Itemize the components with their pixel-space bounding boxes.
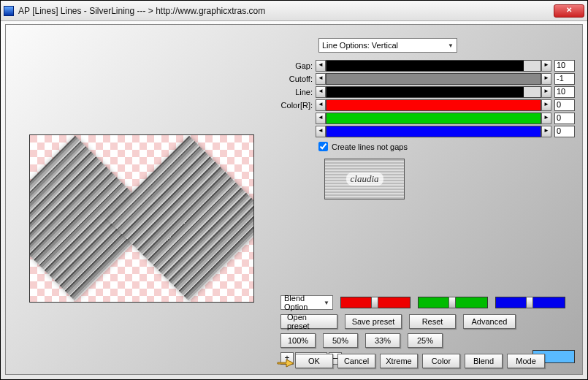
red-thumb[interactable]	[371, 297, 378, 308]
preview-shape	[107, 136, 254, 301]
create-lines-label: Create lines not gaps	[332, 142, 408, 151]
line-slider[interactable]	[326, 86, 541, 98]
zoom-33-button[interactable]: 33%	[365, 333, 400, 348]
colorR-slider[interactable]	[326, 99, 541, 111]
preview-pane	[29, 134, 254, 303]
colorG-slider[interactable]	[326, 113, 541, 124]
cutoff-label: Cutoff:	[280, 75, 316, 83]
colorG-dec[interactable]: ◄	[316, 113, 326, 124]
blue-slider[interactable]	[495, 297, 565, 308]
colorB-inc[interactable]: ►	[541, 126, 551, 137]
create-lines-checkbox[interactable]	[318, 142, 328, 151]
zoom-50-button[interactable]: 50%	[323, 333, 358, 348]
cutoff-inc[interactable]: ►	[541, 73, 551, 85]
blend-button[interactable]: Blend	[465, 354, 503, 368]
cancel-button[interactable]: Cancel	[337, 354, 375, 368]
colorR-inc[interactable]: ►	[541, 99, 551, 111]
xtreme-button[interactable]: Xtreme	[380, 354, 418, 368]
color-button[interactable]: Color	[422, 354, 460, 368]
app-window: AP [Lines] Lines - SilverLining --- > ht…	[0, 0, 588, 380]
dialog-body: Line Options: Vertical Gap:◄►10Cutoff:◄►…	[5, 24, 583, 375]
gap-value[interactable]: 10	[554, 60, 575, 72]
open-preset-button[interactable]: Open preset	[280, 314, 337, 329]
gap-dec[interactable]: ◄	[316, 60, 326, 72]
red-slider[interactable]	[340, 297, 411, 308]
colorG-inc[interactable]: ►	[541, 113, 551, 124]
gap-inc[interactable]: ►	[541, 60, 551, 72]
colorB-slider[interactable]	[326, 126, 541, 137]
colorR-label: Color[R]:	[280, 101, 316, 110]
zoom-100-button[interactable]: 100%	[280, 333, 316, 348]
colorB-dec[interactable]: ◄	[316, 126, 326, 137]
reset-button[interactable]: Reset	[409, 314, 456, 329]
zoom-25-button[interactable]: 25%	[408, 333, 443, 348]
controls-panel: Line Options: Vertical Gap:◄►10Cutoff:◄►…	[280, 38, 575, 200]
line-value[interactable]: 10	[554, 86, 575, 98]
ok-button[interactable]: OK	[295, 354, 333, 368]
blue-thumb[interactable]	[526, 297, 533, 308]
save-preset-button[interactable]: Save preset	[345, 314, 402, 329]
brand-logo-text: claudia	[346, 172, 383, 186]
pointing-hand-icon	[276, 355, 295, 370]
advanced-button[interactable]: Advanced	[463, 314, 516, 329]
mode-button[interactable]: Mode	[507, 354, 545, 368]
bottom-buttons: OK Cancel Xtreme Color Blend Mode	[295, 354, 545, 368]
blend-option-dropdown[interactable]: Blend Option	[280, 295, 333, 310]
colorG-value[interactable]: 0	[554, 113, 575, 124]
line-label: Line:	[280, 88, 316, 96]
close-button[interactable]: ✕	[554, 4, 584, 18]
cutoff-dec[interactable]: ◄	[316, 73, 326, 85]
colorR-dec[interactable]: ◄	[316, 99, 326, 111]
brand-logo: claudia	[324, 159, 405, 200]
line-inc[interactable]: ►	[541, 86, 551, 98]
gap-label: Gap:	[280, 61, 316, 70]
cutoff-slider[interactable]	[326, 73, 541, 85]
cutoff-value[interactable]: -1	[554, 73, 575, 85]
line-options-dropdown[interactable]: Line Options: Vertical	[318, 38, 457, 53]
create-lines-checkbox-row: Create lines not gaps	[318, 142, 575, 151]
green-thumb[interactable]	[448, 297, 456, 308]
blend-option-label: Blend Option	[284, 294, 324, 311]
green-slider[interactable]	[418, 297, 488, 308]
titlebar: AP [Lines] Lines - SilverLining --- > ht…	[1, 1, 587, 21]
colorR-value[interactable]: 0	[554, 99, 575, 111]
app-icon	[4, 6, 14, 16]
line-dec[interactable]: ◄	[316, 86, 326, 98]
line-options-value: Line Options: Vertical	[322, 41, 398, 50]
colorB-value[interactable]: 0	[554, 126, 575, 137]
window-title: AP [Lines] Lines - SilverLining --- > ht…	[18, 6, 554, 16]
gap-slider[interactable]	[326, 60, 541, 72]
